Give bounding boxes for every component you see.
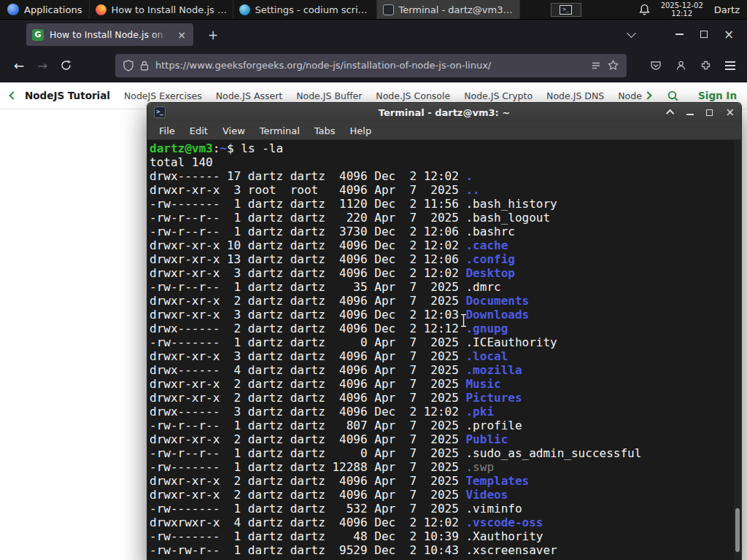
- terminal-screen[interactable]: dartz@vm3:~$ ls -la total 140 drwx------…: [147, 140, 741, 560]
- terminal-menu-item[interactable]: Edit: [182, 123, 215, 139]
- terminal-menu-item[interactable]: View: [215, 123, 252, 139]
- tab-close-icon[interactable]: ×: [176, 29, 187, 41]
- ls-entry-name: .profile: [465, 419, 522, 432]
- ls-entry-meta: -rw------- 1 dartz dartz 532 Apr 7 2025: [150, 502, 465, 516]
- window-button-label: Terminal - dartz@vm3: ~: [398, 4, 514, 15]
- geeksforgeeks-favicon: G: [32, 29, 44, 41]
- browser-minimize-button[interactable]: [667, 20, 692, 49]
- ls-entry-name: .bash_history: [465, 197, 557, 211]
- typed-command: ls -la: [241, 141, 283, 155]
- ls-entry-name: .dmrc: [465, 280, 500, 294]
- workspace-switcher[interactable]: >_: [551, 3, 581, 17]
- reader-mode-icon[interactable]: [591, 61, 601, 71]
- desktop: Applications How to Install Node.js o...…: [0, 0, 747, 560]
- site-nav-link[interactable]: Node.JS Buffer: [296, 90, 362, 101]
- reload-icon: [61, 60, 71, 71]
- ls-entry-name: Public: [465, 432, 508, 446]
- scrollbar-thumb[interactable]: [735, 508, 740, 552]
- ls-entry-meta: drwxr-xr-x 10 dartz dartz 4096 Dec 2 12:…: [150, 238, 465, 252]
- browser-tab-active[interactable]: G How to Install Node.js on ×: [26, 23, 193, 46]
- sign-in-button[interactable]: Sign In: [698, 90, 737, 101]
- ls-entry: drwxr-xr-x 3 dartz dartz 4096 Apr 7 2025…: [150, 349, 732, 363]
- ls-total-line: total 140: [150, 155, 732, 169]
- ls-entry-meta: drwxr-xr-x 3 root root 4096 Apr 7 2025: [150, 183, 465, 197]
- ls-entry: drwxr-xr-x 3 dartz dartz 4096 Dec 2 12:0…: [150, 266, 732, 280]
- new-tab-button[interactable]: +: [204, 26, 222, 44]
- ls-entry-meta: drwxr-xr-x 3 dartz dartz 4096 Dec 2 12:0…: [150, 308, 465, 322]
- ls-entry-name: .local: [465, 349, 508, 363]
- ls-entry-name: .Xauthority: [465, 529, 543, 543]
- prompt-dollar: $: [227, 141, 234, 155]
- site-nav-link[interactable]: Node: [618, 90, 642, 101]
- window-button-label: How to Install Node.js o...: [111, 4, 227, 15]
- ls-entry-meta: -rw------- 1 dartz dartz 12288 Apr 7 202…: [150, 460, 465, 474]
- ls-entry: -rw-r--r-- 1 dartz dartz 220 Apr 7 2025 …: [150, 211, 732, 225]
- ls-entry-meta: drwx------ 17 dartz dartz 4096 Dec 2 12:…: [150, 169, 465, 183]
- taskbar-window-button[interactable]: Settings - codium script...: [233, 0, 376, 19]
- ls-entry-meta: drwxr-xr-x 2 dartz dartz 4096 Apr 7 2025: [150, 391, 465, 405]
- terminal-titlebar[interactable]: >_ Terminal - dartz@vm3: ~ ×: [147, 103, 741, 122]
- space: [234, 141, 241, 155]
- site-nav-link[interactable]: Node.JS DNS: [546, 90, 604, 101]
- reload-button[interactable]: [54, 54, 77, 77]
- lock-icon[interactable]: [140, 61, 149, 71]
- ls-entry: drwx------ 17 dartz dartz 4096 Dec 2 12:…: [150, 169, 732, 183]
- bookmark-star-icon[interactable]: [608, 60, 619, 71]
- terminal-scrollbar[interactable]: [734, 140, 741, 560]
- terminal-menu-item[interactable]: Tabs: [307, 123, 343, 139]
- ls-entry-name: .mozilla: [465, 363, 522, 377]
- notification-bell-icon[interactable]: [639, 4, 650, 15]
- list-all-tabs-icon[interactable]: [627, 28, 636, 38]
- ls-entry-meta: drwxr-xr-x 2 dartz dartz 4096 Apr 7 2025: [150, 432, 465, 446]
- ls-entry-name: .bashrc: [465, 225, 514, 238]
- pocket-icon[interactable]: [650, 60, 662, 71]
- terminal-menu-item[interactable]: Help: [343, 123, 379, 139]
- site-nav-link[interactable]: NodeJS Exercises: [124, 90, 202, 101]
- minimize-icon: [676, 34, 684, 35]
- taskbar-window-buttons: How to Install Node.js o...Settings - co…: [89, 0, 520, 19]
- tracking-protection-shield-icon[interactable]: [123, 60, 133, 71]
- nav-scroll-left-icon[interactable]: [9, 91, 17, 99]
- panel-clock[interactable]: 2025-12-02 12:12: [661, 1, 703, 18]
- ls-entry-name: Music: [465, 377, 500, 391]
- site-nav-link[interactable]: Node.JS Console: [376, 90, 450, 101]
- extensions-puzzle-icon[interactable]: [700, 60, 711, 71]
- app-menu-hamburger-icon[interactable]: [725, 61, 735, 70]
- terminal-menu-item[interactable]: Terminal: [252, 123, 307, 139]
- shade-window-icon[interactable]: [666, 109, 674, 117]
- terminal-menubar: FileEditViewTerminalTabsHelp: [147, 122, 741, 140]
- forward-button: →: [31, 54, 54, 77]
- ls-entry-meta: drwx------ 3 dartz dartz 4096 Dec 2 12:0…: [150, 405, 465, 419]
- ls-entry-name: Downloads: [465, 308, 529, 322]
- ls-entry: drwxr-xr-x 3 root root 4096 Apr 7 2025 .…: [150, 183, 732, 197]
- terminal-menu-item[interactable]: File: [152, 123, 182, 139]
- site-nav-link[interactable]: Node.JS Assert: [216, 90, 283, 101]
- browser-maximize-button[interactable]: [692, 20, 716, 49]
- shell-prompt-line: dartz@vm3:~$ ls -la: [150, 141, 732, 155]
- terminal-maximize-button[interactable]: [706, 109, 713, 116]
- nav-link-nodejs-tutorial[interactable]: NodeJS Tutorial: [25, 90, 110, 101]
- back-button[interactable]: ←: [7, 54, 31, 77]
- ls-entry-meta: -rw-rw-r-- 1 dartz dartz 9529 Dec 2 10:4…: [150, 543, 465, 557]
- browser-close-button[interactable]: ×: [716, 20, 741, 49]
- nav-scroll-right-icon[interactable]: [643, 91, 651, 99]
- account-icon[interactable]: [676, 60, 686, 71]
- terminal-close-button[interactable]: ×: [725, 107, 735, 118]
- user-menu[interactable]: Dartz: [714, 4, 740, 15]
- ls-entry-name: Videos: [465, 488, 508, 502]
- ls-entry-meta: drwxr-xr-x 2 dartz dartz 4096 Apr 7 2025: [150, 488, 465, 502]
- ls-entry-meta: -rw-r--r-- 1 dartz dartz 3730 Dec 2 12:0…: [150, 225, 465, 238]
- ls-entry-name: .viminfo: [465, 502, 522, 516]
- ls-entry-meta: -rw------- 1 dartz dartz 48 Dec 2 10:39: [150, 529, 465, 543]
- ls-entry: drwx------ 2 dartz dartz 4096 Dec 2 12:1…: [150, 322, 732, 335]
- taskbar-window-button[interactable]: How to Install Node.js o...: [89, 0, 233, 19]
- url-input[interactable]: https://www.geeksforgeeks.org/node-js/in…: [115, 54, 627, 77]
- ls-entry: drwxr-xr-x 2 dartz dartz 4096 Apr 7 2025…: [150, 432, 732, 446]
- taskbar-window-button[interactable]: Terminal - dartz@vm3: ~: [376, 0, 520, 19]
- terminal-minimize-button[interactable]: [686, 114, 694, 115]
- site-nav-link[interactable]: Node.JS Crypto: [464, 90, 533, 101]
- ls-entry-name: .sudo_as_admin_successful: [465, 446, 641, 460]
- search-icon[interactable]: [667, 90, 679, 102]
- ls-entry-name: .ICEauthority: [465, 335, 557, 349]
- applications-menu-button[interactable]: Applications: [0, 0, 89, 19]
